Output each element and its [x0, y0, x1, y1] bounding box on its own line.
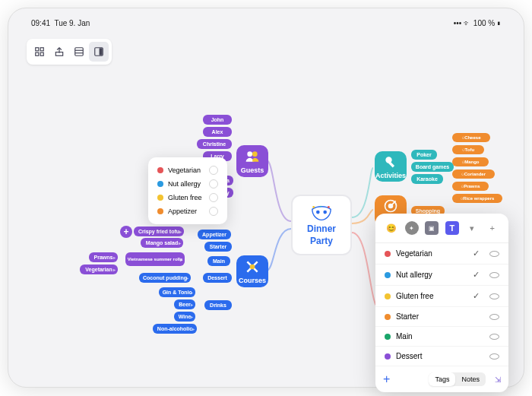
- course-group[interactable]: Drinks: [204, 300, 232, 310]
- tooltip-row[interactable]: Nut allergy: [153, 177, 223, 191]
- svg-point-15: [247, 151, 252, 157]
- course-group[interactable]: Appetizer: [198, 230, 231, 239]
- leaf-node[interactable]: Beer▸: [174, 299, 195, 309]
- tag-row[interactable]: Starter: [375, 307, 508, 327]
- segment-control[interactable]: Tags Notes: [429, 372, 486, 386]
- activity-node[interactable]: Karaoke: [411, 174, 443, 184]
- leaf-node[interactable]: Crispy fried tofu▸: [134, 227, 184, 236]
- leaf-node[interactable]: Non-alcoholic▸: [153, 324, 197, 334]
- eye-icon[interactable]: [489, 314, 499, 320]
- decor-category-icon[interactable]: ✦: [405, 221, 419, 235]
- dot-icon: [157, 181, 163, 187]
- check-icon: ✓: [473, 249, 480, 258]
- emoji-category-icon[interactable]: 😊: [385, 221, 398, 235]
- dot-icon: [385, 272, 391, 278]
- people-icon: [245, 149, 260, 164]
- center-title-1: Dinner: [307, 223, 336, 234]
- tag-row[interactable]: Nut allergy✓: [375, 265, 508, 286]
- panel-footer: + Tags Notes ⇲: [375, 366, 508, 392]
- center-title-2: Party: [310, 236, 333, 246]
- leaf-node[interactable]: Prawns▸: [89, 252, 118, 262]
- tooltip-row[interactable]: Gluten free: [153, 191, 223, 204]
- shopping-node[interactable]: ○ Mango: [452, 157, 489, 166]
- guest-node[interactable]: Christine: [197, 139, 232, 149]
- tag-row[interactable]: Gluten free✓: [375, 286, 508, 307]
- tag-panel: 😊 ✦ ▣ T ▾ + Vegetarian✓ Nut allergy✓ Glu…: [375, 214, 508, 392]
- tag-row[interactable]: Main: [375, 327, 508, 347]
- eye-icon[interactable]: [489, 272, 499, 278]
- shopping-node[interactable]: ○ Tofu: [452, 145, 484, 154]
- guest-node[interactable]: John: [203, 115, 232, 125]
- tag-row[interactable]: Dessert: [375, 347, 508, 366]
- shopping-node[interactable]: ○ Cheese: [452, 133, 490, 142]
- shopping-node[interactable]: ○ Prawns: [452, 182, 489, 191]
- branch-guests[interactable]: Guests: [236, 145, 268, 177]
- tooltip-row[interactable]: Appetizer: [153, 204, 223, 218]
- svg-point-11: [323, 211, 327, 214]
- image-category-icon[interactable]: ▣: [425, 221, 439, 235]
- mic-icon: [383, 154, 398, 169]
- check-icon: ✓: [473, 291, 480, 301]
- check-icon: ✓: [473, 270, 480, 280]
- dot-icon: [157, 195, 163, 201]
- leaf-node[interactable]: Vegetarian▸: [80, 265, 118, 274]
- eye-icon[interactable]: [209, 193, 218, 202]
- dot-icon: [385, 334, 391, 340]
- shopping-node[interactable]: ○ Rice wrappers: [452, 194, 502, 203]
- mindmap-canvas[interactable]: Dinner Party Guests John Alex Christine …: [8, 8, 524, 387]
- dot-icon: [157, 208, 163, 214]
- panel-icon-row: 😊 ✦ ▣ T ▾ +: [375, 214, 508, 243]
- eye-icon[interactable]: [209, 166, 218, 175]
- activity-node[interactable]: Board games: [411, 162, 454, 172]
- svg-point-16: [252, 151, 258, 157]
- svg-rect-19: [388, 161, 394, 167]
- eye-icon[interactable]: [489, 334, 499, 340]
- dot-icon: [157, 167, 163, 173]
- tag-tooltip: Vegetarian Nut allergy Gluten free Appet…: [148, 157, 227, 224]
- add-category-icon[interactable]: +: [486, 221, 499, 235]
- leaf-node[interactable]: Wine▸: [174, 312, 195, 322]
- text-category-icon[interactable]: T: [445, 221, 459, 235]
- tag-row[interactable]: Vegetarian✓: [375, 243, 508, 265]
- tablet-frame: 09:41 Tue 9. Jan ••• ᯤ 100 % ▮ Dinner Pa…: [8, 8, 524, 388]
- add-node-button[interactable]: +: [120, 226, 132, 238]
- leaf-node[interactable]: Vietnamese summer rolls▸: [125, 252, 185, 266]
- eye-icon[interactable]: [209, 207, 218, 216]
- branch-activities[interactable]: Activities: [375, 151, 407, 182]
- add-tag-button[interactable]: +: [383, 372, 390, 386]
- collapse-icon[interactable]: ⇲: [495, 375, 501, 384]
- segment-notes[interactable]: Notes: [455, 372, 486, 386]
- dot-icon: [385, 293, 391, 299]
- svg-point-13: [320, 206, 321, 208]
- segment-tags[interactable]: Tags: [429, 372, 455, 386]
- guest-node[interactable]: Alex: [203, 127, 232, 137]
- eye-icon[interactable]: [489, 251, 499, 257]
- center-node[interactable]: Dinner Party: [291, 195, 352, 255]
- leaf-node[interactable]: Coconut pudding▸: [139, 273, 191, 283]
- activity-node[interactable]: Poker: [411, 150, 437, 160]
- svg-point-14: [328, 206, 330, 208]
- eye-icon[interactable]: [489, 353, 499, 360]
- dot-icon: [385, 251, 391, 257]
- svg-point-12: [312, 206, 315, 208]
- target-icon: [383, 198, 398, 214]
- course-group[interactable]: Starter: [204, 242, 232, 252]
- tooltip-row[interactable]: Vegetarian: [153, 163, 223, 177]
- utensils-icon: [245, 259, 260, 274]
- dot-icon: [385, 314, 391, 320]
- shopping-node[interactable]: ○ Coriander: [452, 169, 495, 179]
- mask-icon: [310, 204, 333, 222]
- course-group[interactable]: Dessert: [203, 273, 232, 283]
- dot-icon: [385, 353, 391, 360]
- svg-point-17: [250, 264, 255, 269]
- leaf-node[interactable]: Mango salad▸: [141, 238, 183, 248]
- leaf-node[interactable]: Gin & Tonic▸: [159, 287, 195, 297]
- branch-courses[interactable]: Courses: [236, 255, 268, 287]
- eye-icon[interactable]: [489, 293, 499, 299]
- svg-point-18: [385, 157, 391, 163]
- filter-category-icon[interactable]: ▾: [465, 221, 479, 235]
- svg-point-10: [316, 211, 320, 214]
- eye-icon[interactable]: [209, 179, 218, 188]
- course-group[interactable]: Main: [207, 256, 230, 266]
